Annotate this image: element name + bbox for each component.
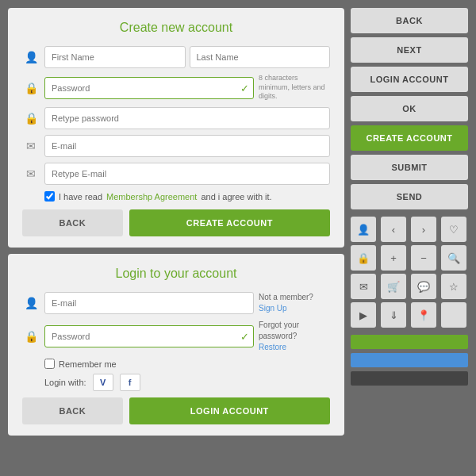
- last-name-input[interactable]: [190, 46, 331, 68]
- login-email-row: 👤 Not a member? Sign Up: [22, 292, 330, 314]
- mail-grid-icon[interactable]: ✉: [351, 274, 376, 299]
- password-wrap: ✓: [44, 77, 254, 99]
- blue-bar[interactable]: [351, 353, 468, 367]
- play-icon[interactable]: ▶: [351, 302, 376, 328]
- color-bars: [351, 335, 468, 386]
- remember-checkbox[interactable]: [44, 359, 55, 369]
- register-title: Create new account: [22, 21, 330, 35]
- remember-row: Remember me: [44, 359, 330, 369]
- password-input[interactable]: [44, 77, 254, 99]
- dark-bar[interactable]: [351, 371, 468, 386]
- login-title: Login to your account: [22, 267, 330, 281]
- register-back-button[interactable]: BACK: [22, 209, 123, 236]
- submit-button[interactable]: SUBMIT: [351, 155, 468, 180]
- login-email-wrap: [44, 292, 254, 314]
- agreement-row: I have read Membershp Agreement and i ag…: [44, 191, 330, 202]
- send-button[interactable]: SEND: [351, 184, 468, 209]
- password-hint: 8 characters minimum, letters and digits…: [259, 74, 330, 102]
- green-bar[interactable]: [351, 335, 468, 349]
- retype-password-input[interactable]: [44, 107, 330, 129]
- agreement-suffix: and i agree with it.: [201, 192, 271, 202]
- login-password-input[interactable]: [44, 325, 254, 347]
- retype-email-input[interactable]: [44, 163, 330, 185]
- register-submit-button[interactable]: CREATE ACCOUNT: [129, 209, 330, 236]
- login-password-row: 🔒 ✓ Forgot your password? Restore: [22, 320, 330, 353]
- retype-email-row: ✉: [22, 163, 330, 185]
- login-password-wrap: ✓: [44, 325, 254, 347]
- login-back-button[interactable]: BACK: [22, 397, 123, 424]
- login-with-label: Login with:: [44, 378, 86, 387]
- social-v-button[interactable]: V: [93, 374, 113, 391]
- name-row: 👤: [22, 46, 330, 68]
- plus-icon[interactable]: +: [381, 245, 406, 271]
- login-buttons: BACK LOGIN ACCOUNT: [22, 397, 330, 424]
- star-icon[interactable]: ☆: [441, 274, 466, 299]
- social-f-button[interactable]: f: [120, 374, 140, 391]
- heart-icon[interactable]: ♡: [441, 217, 466, 242]
- lock-grid-icon[interactable]: 🔒: [351, 245, 376, 271]
- create-account-button[interactable]: CREATE ACCOUNT: [351, 125, 468, 151]
- left-arrow-icon[interactable]: ‹: [381, 217, 406, 242]
- login-user-icon: 👤: [22, 294, 40, 312]
- login-card: Login to your account 👤 Not a member? Si…: [8, 254, 344, 436]
- retype-password-row: 🔒: [22, 107, 330, 129]
- retype-password-wrap: [44, 107, 330, 129]
- name-inputs: [44, 46, 330, 68]
- download-icon[interactable]: ⇓: [381, 302, 406, 328]
- email-input[interactable]: [44, 135, 330, 157]
- left-panel: Create new account 👤 🔒 ✓ 8 characters mi…: [8, 8, 344, 468]
- chat-icon[interactable]: 💬: [411, 274, 436, 299]
- user-icon: 👤: [22, 48, 40, 66]
- register-card: Create new account 👤 🔒 ✓ 8 characters mi…: [8, 8, 344, 248]
- register-buttons: BACK CREATE ACCOUNT: [22, 209, 330, 236]
- lock-icon: 🔒: [22, 79, 40, 97]
- login-account-button[interactable]: LOGIN ACCOUNT: [351, 67, 468, 92]
- login-password-check-icon: ✓: [240, 331, 249, 343]
- first-name-input[interactable]: [44, 46, 186, 68]
- user-grid-icon[interactable]: 👤: [351, 217, 376, 242]
- email2-icon: ✉: [22, 165, 40, 182]
- agreement-link[interactable]: Membershp Agreement: [106, 192, 197, 202]
- login-with-row: Login with: V f: [44, 374, 330, 391]
- login-forgot: Forgot your password? Restore: [259, 320, 330, 353]
- retype-email-wrap: [44, 163, 330, 185]
- empty-icon: [441, 302, 466, 328]
- pin-icon[interactable]: 📍: [411, 302, 436, 328]
- login-submit-button[interactable]: LOGIN ACCOUNT: [129, 397, 330, 424]
- email-icon: ✉: [22, 137, 40, 155]
- login-not-member: Not a member? Sign Up: [259, 292, 330, 314]
- email-row: ✉: [22, 135, 330, 157]
- agreement-text: I have read: [59, 192, 102, 202]
- minus-icon[interactable]: −: [411, 245, 436, 271]
- password-row: 🔒 ✓ 8 characters minimum, letters and di…: [22, 74, 330, 102]
- agreement-checkbox[interactable]: [44, 191, 55, 202]
- back-button[interactable]: BACK: [351, 8, 468, 33]
- remember-label: Remember me: [59, 359, 117, 369]
- lock2-icon: 🔒: [22, 109, 40, 127]
- right-panel: BACK NEXT LOGIN ACCOUNT OK CREATE ACCOUN…: [351, 8, 468, 468]
- sign-up-link[interactable]: Sign Up: [259, 304, 287, 313]
- cart-icon[interactable]: 🛒: [381, 274, 406, 299]
- ok-button[interactable]: OK: [351, 96, 468, 121]
- login-email-input[interactable]: [44, 292, 254, 314]
- login-lock-icon: 🔒: [22, 328, 40, 345]
- restore-link[interactable]: Restore: [259, 343, 286, 351]
- icon-grid: 👤 ‹ › ♡ 🔒 + − 🔍 ✉ 🛒 💬 ☆ ▶ ⇓ 📍: [351, 217, 468, 328]
- next-button[interactable]: NEXT: [351, 37, 468, 63]
- search-icon[interactable]: 🔍: [441, 245, 466, 271]
- password-check-icon: ✓: [240, 82, 249, 94]
- right-arrow-icon[interactable]: ›: [411, 217, 436, 242]
- email-wrap: [44, 135, 330, 157]
